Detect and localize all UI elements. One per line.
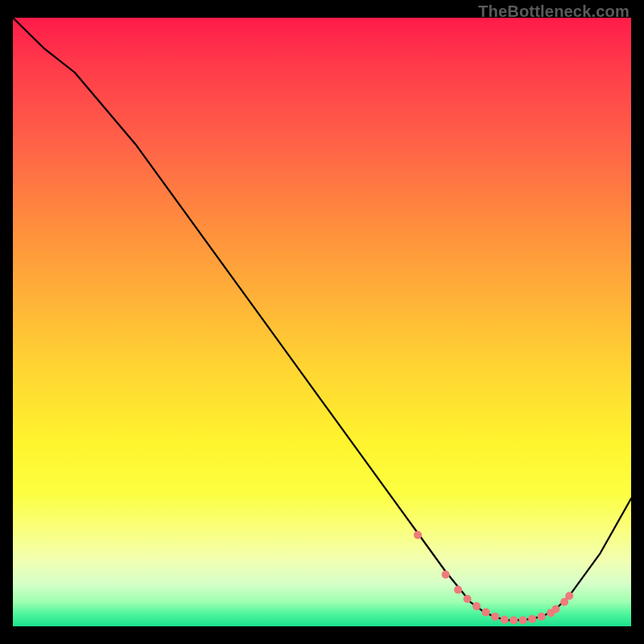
marker-dot bbox=[538, 613, 546, 621]
marker-dot bbox=[454, 586, 462, 594]
marker-dot bbox=[519, 616, 527, 624]
marker-dot bbox=[464, 595, 472, 603]
marker-dot bbox=[491, 613, 499, 621]
marker-dot bbox=[565, 592, 573, 600]
curve-markers bbox=[414, 531, 573, 625]
marker-dot bbox=[482, 609, 490, 617]
watermark-text: TheBottleneck.com bbox=[478, 3, 630, 19]
marker-dot bbox=[501, 616, 509, 624]
bottleneck-curve bbox=[13, 18, 631, 620]
marker-dot bbox=[473, 602, 481, 610]
marker-dot bbox=[528, 615, 536, 623]
chart-svg bbox=[13, 18, 631, 626]
marker-dot bbox=[414, 531, 422, 539]
marker-dot bbox=[510, 616, 518, 624]
marker-dot bbox=[551, 605, 559, 613]
marker-dot bbox=[442, 571, 450, 579]
